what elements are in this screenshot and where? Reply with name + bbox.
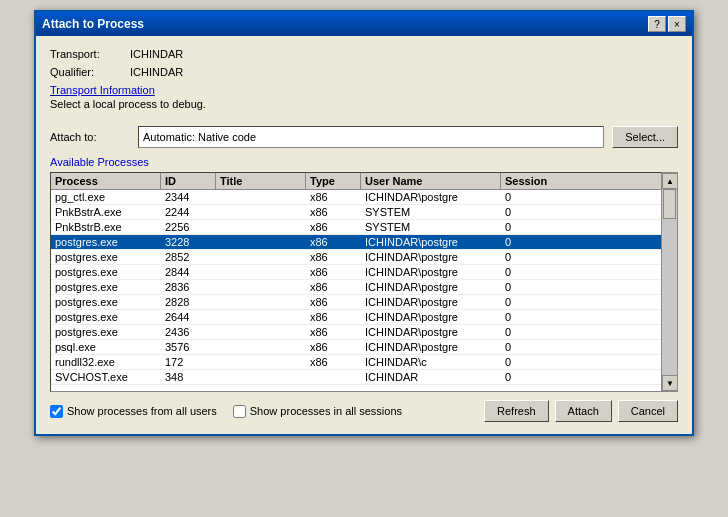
table-cell: 2844: [161, 265, 216, 279]
table-cell: ICHINDAR\c: [361, 355, 501, 369]
show-all-sessions-checkbox[interactable]: [233, 405, 246, 418]
attach-to-input[interactable]: [138, 126, 604, 148]
table-cell: 0: [501, 190, 561, 204]
table-row[interactable]: PnkBstrA.exe2244x86SYSTEM0: [51, 205, 661, 220]
table-row[interactable]: SVCHOST.exe348ICHINDAR0: [51, 370, 661, 385]
table-cell: x86: [306, 205, 361, 219]
table-row[interactable]: postgres.exe2844x86ICHINDAR\postgre0: [51, 265, 661, 280]
dialog-title: Attach to Process: [42, 17, 144, 31]
table-cell: [216, 376, 306, 378]
table-cell: 2256: [161, 220, 216, 234]
table-cell: 2436: [161, 325, 216, 339]
table-cell: [216, 241, 306, 243]
table-cell: [216, 346, 306, 348]
table-cell: SVCHOST.exe: [51, 370, 161, 384]
transport-row: Transport: ICHINDAR: [50, 48, 678, 60]
table-cell: [216, 271, 306, 273]
table-cell: 0: [501, 250, 561, 264]
bottom-row: Show processes from all users Show proce…: [50, 400, 678, 422]
process-table: Process ID Title Type User Name Session …: [50, 172, 662, 392]
table-row[interactable]: postgres.exe2836x86ICHINDAR\postgre0: [51, 280, 661, 295]
table-cell: [216, 331, 306, 333]
scroll-down-button[interactable]: ▼: [662, 375, 678, 391]
show-all-users-label: Show processes from all users: [67, 405, 217, 417]
table-row[interactable]: postgres.exe2828x86ICHINDAR\postgre0: [51, 295, 661, 310]
table-cell: x86: [306, 280, 361, 294]
table-cell: 2644: [161, 310, 216, 324]
transport-info-link[interactable]: Transport Information: [50, 84, 678, 96]
table-cell: 0: [501, 340, 561, 354]
table-cell: x86: [306, 325, 361, 339]
col-header-title[interactable]: Title: [216, 173, 306, 189]
table-cell: [216, 196, 306, 198]
table-cell: postgres.exe: [51, 250, 161, 264]
refresh-button[interactable]: Refresh: [484, 400, 549, 422]
scroll-thumb[interactable]: [663, 189, 676, 219]
table-cell: 348: [161, 370, 216, 384]
col-header-process[interactable]: Process: [51, 173, 161, 189]
table-cell: [216, 226, 306, 228]
scroll-up-button[interactable]: ▲: [662, 173, 678, 189]
show-all-users-checkbox[interactable]: [50, 405, 63, 418]
attach-to-label: Attach to:: [50, 131, 130, 143]
table-cell: 0: [501, 325, 561, 339]
table-cell: [216, 301, 306, 303]
table-cell: 0: [501, 355, 561, 369]
table-cell: PnkBstrB.exe: [51, 220, 161, 234]
table-cell: [216, 256, 306, 258]
col-header-id[interactable]: ID: [161, 173, 216, 189]
table-row[interactable]: postgres.exe2644x86ICHINDAR\postgre0: [51, 310, 661, 325]
table-cell: postgres.exe: [51, 280, 161, 294]
table-row[interactable]: postgres.exe3228x86ICHINDAR\postgre0: [51, 235, 661, 250]
table-cell: ICHINDAR\postgre: [361, 340, 501, 354]
table-cell: postgres.exe: [51, 295, 161, 309]
table-cell: rundll32.exe: [51, 355, 161, 369]
table-cell: 0: [501, 235, 561, 249]
bottom-right-buttons: Refresh Attach Cancel: [484, 400, 678, 422]
scroll-track[interactable]: [662, 189, 677, 375]
scrollbar[interactable]: ▲ ▼: [662, 172, 678, 392]
available-processes-header: Available Processes: [50, 156, 678, 168]
table-cell: postgres.exe: [51, 325, 161, 339]
attach-button[interactable]: Attach: [555, 400, 612, 422]
table-cell: ICHINDAR\postgre: [361, 265, 501, 279]
qualifier-label: Qualifier:: [50, 66, 130, 78]
transport-value: ICHINDAR: [130, 48, 183, 60]
table-cell: [216, 211, 306, 213]
col-header-session[interactable]: Session: [501, 173, 561, 189]
table-row[interactable]: pg_ctl.exe2344x86ICHINDAR\postgre0: [51, 190, 661, 205]
help-title-button[interactable]: ?: [648, 16, 666, 32]
title-bar: Attach to Process ? ×: [36, 12, 692, 36]
table-body: pg_ctl.exe2344x86ICHINDAR\postgre0PnkBst…: [51, 190, 661, 391]
select-button[interactable]: Select...: [612, 126, 678, 148]
table-cell: 2828: [161, 295, 216, 309]
cancel-button[interactable]: Cancel: [618, 400, 678, 422]
close-title-button[interactable]: ×: [668, 16, 686, 32]
table-cell: [306, 376, 361, 378]
qualifier-value: ICHINDAR: [130, 66, 183, 78]
attach-to-row: Attach to: Select...: [50, 126, 678, 148]
table-cell: 0: [501, 310, 561, 324]
table-cell: 2836: [161, 280, 216, 294]
table-cell: [216, 286, 306, 288]
show-all-sessions-checkbox-label[interactable]: Show processes in all sessions: [233, 405, 402, 418]
table-row[interactable]: rundll32.exe172x86ICHINDAR\c0: [51, 355, 661, 370]
col-header-username[interactable]: User Name: [361, 173, 501, 189]
table-cell: ICHINDAR\postgre: [361, 280, 501, 294]
table-cell: 0: [501, 370, 561, 384]
table-row[interactable]: postgres.exe2852x86ICHINDAR\postgre0: [51, 250, 661, 265]
table-cell: pg_ctl.exe: [51, 190, 161, 204]
show-all-users-checkbox-label[interactable]: Show processes from all users: [50, 405, 217, 418]
table-row[interactable]: psql.exe3576x86ICHINDAR\postgre0: [51, 340, 661, 355]
table-cell: ICHINDAR\postgre: [361, 295, 501, 309]
table-cell: postgres.exe: [51, 310, 161, 324]
table-cell: 172: [161, 355, 216, 369]
table-row[interactable]: postgres.exe2436x86ICHINDAR\postgre0: [51, 325, 661, 340]
table-cell: x86: [306, 250, 361, 264]
col-header-type[interactable]: Type: [306, 173, 361, 189]
table-cell: [216, 361, 306, 363]
table-cell: ICHINDAR: [361, 370, 501, 384]
title-bar-buttons: ? ×: [648, 16, 686, 32]
process-table-outer: Process ID Title Type User Name Session …: [50, 172, 678, 392]
table-row[interactable]: PnkBstrB.exe2256x86SYSTEM0: [51, 220, 661, 235]
